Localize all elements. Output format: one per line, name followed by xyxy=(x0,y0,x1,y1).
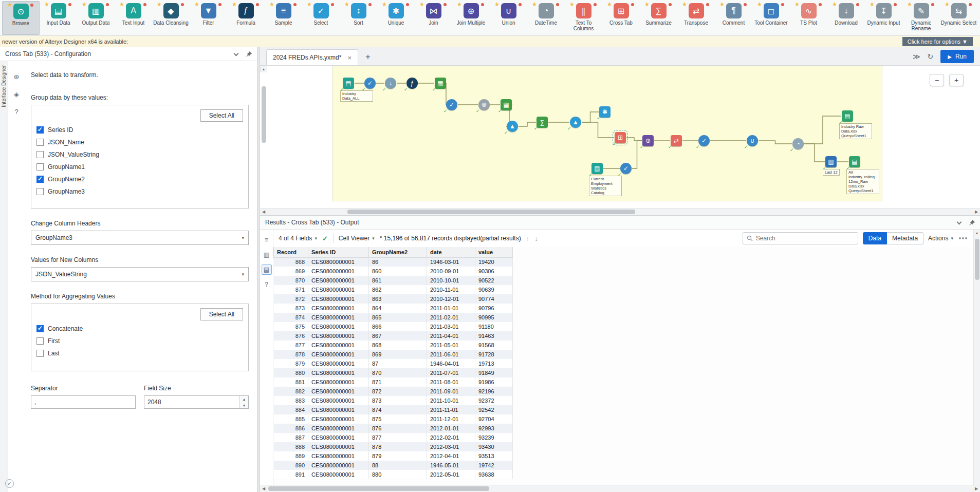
cell-record[interactable]: 870 xyxy=(274,276,308,285)
scrollbar-thumb[interactable] xyxy=(975,239,979,280)
union-node[interactable]: ∪ xyxy=(747,135,758,146)
table-row[interactable]: 868 CES0800000001 86 1946-03-01 19420 xyxy=(274,257,513,267)
select-node-3[interactable]: ✓ xyxy=(698,135,710,146)
tool-button[interactable]: ★ A Text Input xyxy=(115,1,152,35)
cell-value[interactable]: 92704 xyxy=(475,414,513,424)
checkbox-row[interactable]: GroupName3 xyxy=(36,185,243,198)
checkbox-row[interactable]: Last xyxy=(36,347,243,359)
cell-groupname2[interactable]: 869 xyxy=(369,350,427,359)
tool-button[interactable]: ★ ✎ Dynamic Rename xyxy=(902,1,940,35)
cell-value[interactable]: 93239 xyxy=(475,433,513,442)
scroll-right-icon[interactable]: ▶ xyxy=(973,485,980,492)
pin-icon[interactable] xyxy=(246,51,252,57)
cell-groupname2[interactable]: 872 xyxy=(369,387,427,396)
cell-value[interactable]: 91180 xyxy=(475,322,513,331)
cell-record[interactable]: 891 xyxy=(274,470,308,479)
checkbox-row[interactable]: JSON_Name xyxy=(36,136,243,148)
cell-series-id[interactable]: CES0800000001 xyxy=(308,433,369,442)
cell-date[interactable]: 2011-11-01 xyxy=(427,405,475,414)
tool-button[interactable]: ★ ∑ Summarize xyxy=(640,1,677,35)
table-row[interactable]: 877 CES0800000001 868 2011-05-01 91568 xyxy=(274,340,513,350)
stepper-down-icon[interactable]: ▼ xyxy=(240,402,248,408)
data-tab-button[interactable]: Data xyxy=(863,232,887,244)
cell-viewer-dropdown[interactable]: Cell Viewer ▾ xyxy=(339,235,375,242)
tool-button[interactable]: ★ ↓ Download xyxy=(827,1,865,35)
table-row[interactable]: 879 CES0800000001 87 1946-04-01 19713 xyxy=(274,359,513,368)
prep-node-1[interactable]: ▦ xyxy=(435,78,446,89)
cell-value[interactable]: 90522 xyxy=(475,276,513,285)
browse-node[interactable]: ◔ xyxy=(792,138,804,149)
cell-groupname2[interactable]: 862 xyxy=(369,285,427,294)
cell-date[interactable]: 2012-04-01 xyxy=(427,451,475,461)
collapse-chevron-icon[interactable] xyxy=(234,51,239,56)
cell-value[interactable]: 92372 xyxy=(475,396,513,405)
cell-value[interactable]: 91463 xyxy=(475,331,513,340)
table-row[interactable]: 876 CES0800000001 867 2011-04-01 91463 xyxy=(274,331,513,340)
cell-groupname2[interactable]: 876 xyxy=(369,424,427,433)
cell-date[interactable]: 2010-11-01 xyxy=(427,285,475,294)
side-icon[interactable]: ⊛ xyxy=(11,71,22,82)
results-view-icon[interactable]: ▥ xyxy=(262,250,272,260)
side-icon[interactable]: ◈ xyxy=(11,89,22,99)
cell-date[interactable]: 2011-08-01 xyxy=(427,377,475,387)
gear-node[interactable]: ⊛ xyxy=(478,99,490,110)
table-row[interactable]: 873 CES0800000001 864 2011-01-01 90796 xyxy=(274,304,513,313)
cell-record[interactable]: 886 xyxy=(274,424,308,433)
tool-button[interactable]: ★ ⊞ Cross Tab xyxy=(602,1,640,35)
scrollbar-thumb[interactable] xyxy=(262,86,266,143)
scrollbar-thumb[interactable] xyxy=(347,210,635,214)
tool-button[interactable]: ★ ✱ Unique xyxy=(377,1,415,35)
cell-record[interactable]: 882 xyxy=(274,387,308,396)
cell-date[interactable]: 2012-02-01 xyxy=(427,433,475,442)
cell-value[interactable]: 90639 xyxy=(475,285,513,294)
cell-record[interactable]: 874 xyxy=(274,313,308,322)
join-multiple-node[interactable]: ⊕ xyxy=(642,135,654,146)
cell-record[interactable]: 875 xyxy=(274,322,308,331)
favorite-star-icon[interactable]: ★ xyxy=(569,2,575,7)
sort-node-1[interactable]: ▲ xyxy=(507,121,518,132)
cell-series-id[interactable]: CES0800000001 xyxy=(308,424,369,433)
aggregation-select-all-button[interactable]: Select All xyxy=(200,308,243,320)
cell-groupname2[interactable]: 879 xyxy=(369,451,427,461)
table-row[interactable]: 891 CES0800000001 880 2012-05-01 93638 xyxy=(274,470,513,479)
tool-button[interactable]: ★ ⋈ Join xyxy=(415,1,452,35)
table-row[interactable]: 888 CES0800000001 878 2012-03-01 93430 xyxy=(274,442,513,451)
close-icon[interactable]: × xyxy=(347,54,352,61)
table-row[interactable]: 890 CES0800000001 88 1946-05-01 19742 xyxy=(274,461,513,470)
overflow-menu-icon[interactable] xyxy=(958,235,968,241)
checkbox[interactable] xyxy=(36,188,44,195)
cell-date[interactable]: 1946-05-01 xyxy=(427,461,475,470)
cross-tab-node[interactable]: ⊞ xyxy=(615,132,626,143)
checkbox-row[interactable]: First xyxy=(36,335,243,347)
tool-button[interactable]: ★ ↕ Sort xyxy=(340,1,377,35)
cell-record[interactable]: 876 xyxy=(274,331,308,340)
cell-series-id[interactable]: CES0800000001 xyxy=(308,442,369,451)
column-header[interactable]: Record xyxy=(274,247,308,257)
scroll-left-icon[interactable]: ◀ xyxy=(260,485,267,492)
column-header[interactable]: value xyxy=(475,247,513,257)
column-headers-dropdown[interactable]: GroupName3 ▾ xyxy=(31,231,249,245)
unique-node[interactable]: ✱ xyxy=(599,106,611,118)
cell-value[interactable]: 19420 xyxy=(475,257,513,267)
cell-date[interactable]: 2010-09-01 xyxy=(427,267,475,276)
tool-button[interactable]: ★ ✓ Select xyxy=(302,1,340,35)
results-vertical-scrollbar[interactable]: ▲ xyxy=(973,230,980,485)
cell-value[interactable]: 93513 xyxy=(475,451,513,461)
cell-date[interactable]: 2012-03-01 xyxy=(427,442,475,451)
cell-record[interactable]: 873 xyxy=(274,304,308,313)
metadata-tab-button[interactable]: Metadata xyxy=(887,232,923,244)
cell-value[interactable]: 92196 xyxy=(475,387,513,396)
checkbox[interactable] xyxy=(36,139,44,146)
cell-groupname2[interactable]: 873 xyxy=(369,396,427,405)
results-horizontal-scrollbar[interactable]: ◀ ▶ xyxy=(260,485,980,492)
cell-series-id[interactable]: CES0800000001 xyxy=(308,322,369,331)
scrollbar-thumb[interactable] xyxy=(268,486,489,491)
next-record-icon[interactable]: ↓ xyxy=(534,235,538,242)
tool-container-area[interactable]: ▤Industry Data_ALL✓↓ƒ▦✓⊛▦▲∑▲✱⊞⊕⇄✓∪◔▥Last… xyxy=(332,66,882,201)
cell-date[interactable]: 2010-12-01 xyxy=(427,294,475,304)
tool-button[interactable]: ★ ≡ Sample xyxy=(265,1,302,35)
cell-record[interactable]: 877 xyxy=(274,340,308,350)
fields-dropdown[interactable]: 4 of 4 Fields ▾ xyxy=(279,235,317,242)
cell-groupname2[interactable]: 865 xyxy=(369,313,427,322)
results-view-icon[interactable]: ▤ xyxy=(262,264,272,275)
